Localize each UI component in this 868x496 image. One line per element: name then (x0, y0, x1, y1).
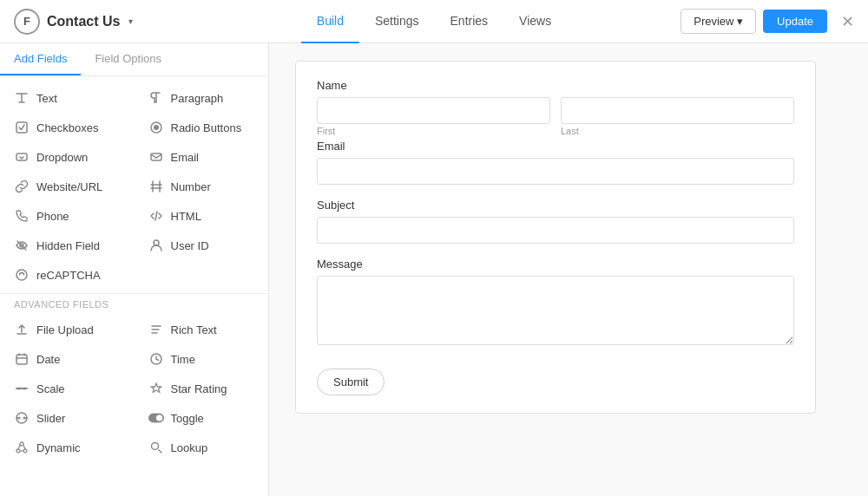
email-group: Email (317, 140, 794, 185)
field-toggle[interactable]: Toggle (135, 403, 269, 433)
star-icon (148, 381, 164, 396)
close-button[interactable]: ✕ (841, 12, 854, 31)
field-html[interactable]: HTML (135, 201, 269, 231)
field-recaptcha-label: reCAPTCHA (36, 269, 101, 282)
field-html-label: HTML (171, 210, 201, 223)
first-name-input[interactable] (317, 97, 550, 124)
dropdown-icon (14, 149, 30, 165)
field-radio[interactable]: Radio Buttons (135, 113, 269, 142)
text-icon (14, 90, 30, 106)
sidebar: Add Fields Field Options Text Paragraph (0, 43, 269, 496)
form-preview-area: Name First Last Email (269, 43, 868, 496)
field-url[interactable]: Website/URL (0, 172, 135, 201)
form-title: Contact Us (47, 14, 120, 29)
tab-entries[interactable]: Entries (435, 0, 504, 43)
header-nav: Build Settings Entries Views (301, 0, 567, 43)
name-last-col: Last (561, 97, 794, 136)
userid-icon (148, 238, 164, 253)
field-dynamic[interactable]: Dynamic (0, 433, 135, 462)
field-dropdown-label: Dropdown (36, 151, 88, 164)
tab-build[interactable]: Build (301, 0, 359, 43)
field-checkboxes[interactable]: Checkboxes (0, 113, 135, 142)
time-icon (148, 351, 164, 367)
logo-icon: F (14, 9, 40, 35)
last-name-input[interactable] (561, 97, 794, 124)
email-input[interactable] (317, 158, 794, 185)
message-group: Message (317, 258, 794, 348)
last-sublabel: Last (561, 126, 794, 136)
svg-rect-0 (16, 122, 27, 133)
svg-point-16 (156, 414, 162, 421)
subject-label: Subject (317, 199, 794, 212)
dynamic-icon (14, 440, 30, 455)
scale-icon (14, 381, 30, 396)
field-radio-label: Radio Buttons (171, 121, 242, 134)
field-scale[interactable]: Scale (0, 374, 135, 403)
field-hidden-label: Hidden Field (36, 239, 100, 252)
tab-settings[interactable]: Settings (359, 0, 435, 43)
field-email[interactable]: Email (135, 142, 269, 172)
tab-views[interactable]: Views (503, 0, 567, 43)
field-slider[interactable]: Slider (0, 403, 135, 433)
field-paragraph-label: Paragraph (171, 92, 224, 105)
field-rich-text[interactable]: Rich Text (135, 315, 269, 344)
svg-point-18 (20, 442, 23, 446)
field-slider-label: Slider (36, 412, 65, 425)
field-date[interactable]: Date (0, 344, 135, 374)
field-time[interactable]: Time (135, 344, 269, 374)
message-textarea[interactable] (317, 276, 794, 345)
svg-rect-3 (16, 153, 27, 160)
field-userid[interactable]: User ID (135, 231, 269, 260)
sidebar-tabs: Add Fields Field Options (0, 43, 268, 76)
header-right: Preview ▾ Update ✕ (681, 9, 854, 34)
field-file-upload[interactable]: File Upload (0, 315, 135, 344)
field-dropdown[interactable]: Dropdown (0, 142, 135, 172)
field-paragraph[interactable]: Paragraph (135, 83, 269, 113)
svg-point-20 (151, 443, 158, 450)
field-star-rating-label: Star Rating (171, 382, 227, 395)
preview-button[interactable]: Preview ▾ (681, 9, 756, 34)
name-row: First Last (317, 97, 794, 136)
field-lookup[interactable]: Lookup (135, 433, 269, 462)
recaptcha-icon (14, 267, 30, 283)
subject-input[interactable] (317, 217, 794, 244)
svg-point-2 (154, 125, 159, 130)
paragraph-icon (148, 90, 164, 106)
email-label: Email (317, 140, 794, 153)
form-inner: Name First Last Email (295, 61, 816, 414)
submit-button[interactable]: Submit (317, 369, 385, 395)
field-dynamic-label: Dynamic (36, 441, 81, 454)
tab-field-options[interactable]: Field Options (81, 43, 175, 75)
date-icon (14, 351, 30, 367)
field-phone[interactable]: Phone (0, 201, 135, 231)
update-button[interactable]: Update (763, 10, 827, 33)
field-number[interactable]: Number (135, 172, 269, 201)
field-recaptcha[interactable]: reCAPTCHA (0, 260, 135, 290)
html-icon (148, 208, 164, 224)
slider-icon (14, 410, 30, 426)
title-dropdown-icon[interactable]: ▾ (128, 16, 133, 26)
tab-add-fields[interactable]: Add Fields (0, 43, 81, 75)
phone-icon (14, 208, 30, 224)
field-scale-label: Scale (36, 382, 65, 395)
subject-group: Subject (317, 199, 794, 244)
lookup-icon (148, 440, 164, 455)
checkboxes-icon (14, 120, 30, 135)
hidden-icon (14, 238, 30, 253)
message-label: Message (317, 258, 794, 271)
field-text[interactable]: Text (0, 83, 135, 113)
radio-icon (148, 120, 164, 135)
field-file-upload-label: File Upload (36, 323, 94, 336)
field-star-rating[interactable]: Star Rating (135, 374, 269, 403)
svg-point-11 (23, 388, 26, 390)
url-icon (14, 179, 30, 194)
file-upload-icon (14, 322, 30, 337)
field-hidden[interactable]: Hidden Field (0, 231, 135, 260)
svg-rect-4 (151, 153, 161, 160)
svg-point-7 (16, 270, 27, 280)
standard-fields-grid: Text Paragraph Checkboxes (0, 76, 268, 469)
field-date-label: Date (36, 353, 60, 366)
field-toggle-label: Toggle (171, 412, 204, 425)
field-checkboxes-label: Checkboxes (36, 121, 99, 134)
field-number-label: Number (171, 180, 211, 193)
